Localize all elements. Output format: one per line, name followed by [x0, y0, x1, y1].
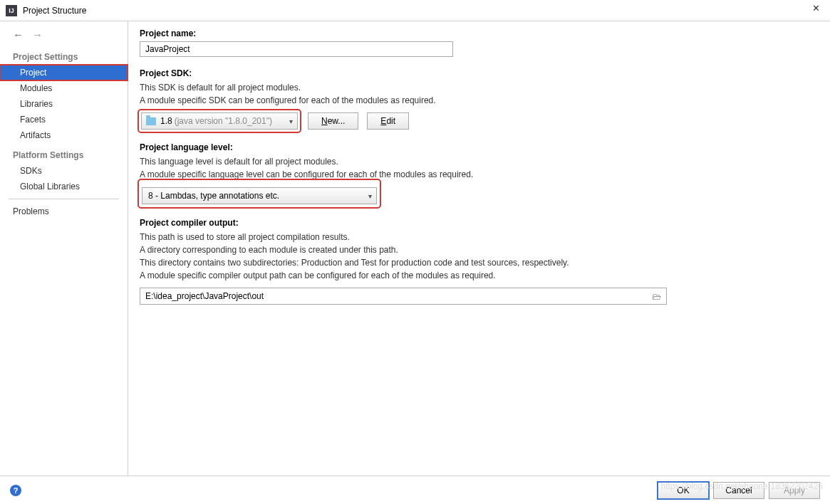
project-sdk-select[interactable]: 1.8 (java version "1.8.0_201") ▾	[141, 112, 298, 130]
co-help-2: A directory corresponding to each module…	[140, 243, 816, 256]
sdk-help-1: This SDK is default for all project modu…	[140, 81, 816, 94]
co-help-4: A module specific compiler output path c…	[140, 269, 816, 282]
back-arrow-icon[interactable]: ←	[13, 28, 24, 41]
chevron-down-icon: ▾	[368, 192, 372, 200]
sidebar-item-artifacts[interactable]: Artifacts	[0, 127, 128, 143]
titlebar: IJ Project Structure ✕	[0, 0, 830, 21]
compiler-output-input[interactable]: E:\idea_project\JavaProject\out 🗁	[140, 288, 667, 305]
sidebar-item-sdks[interactable]: SDKs	[0, 163, 128, 179]
new-sdk-button[interactable]: New...	[308, 112, 358, 130]
browse-folder-icon[interactable]: 🗁	[652, 291, 661, 302]
ok-button[interactable]: OK	[658, 482, 709, 499]
project-sdk-label: Project SDK:	[140, 68, 816, 78]
compiler-output-label: Project compiler output:	[140, 218, 816, 228]
sdk-version-detail: (java version "1.8.0_201")	[175, 116, 272, 126]
platform-settings-heading: Platform Settings	[0, 147, 128, 163]
project-lang-select[interactable]: 8 - Lambdas, type annotations etc. ▾	[142, 187, 377, 204]
chevron-down-icon: ▾	[289, 117, 293, 125]
forward-arrow-icon: →	[32, 28, 43, 41]
project-lang-label: Project language level:	[140, 142, 816, 152]
project-name-label: Project name:	[140, 28, 816, 38]
sdk-version: 1.8	[160, 116, 172, 126]
sidebar-item-project[interactable]: Project	[0, 65, 128, 80]
sidebar-item-global-libraries[interactable]: Global Libraries	[0, 179, 128, 194]
sidebar-item-libraries[interactable]: Libraries	[0, 96, 128, 112]
app-icon: IJ	[6, 5, 17, 16]
edit-sdk-button[interactable]: Edit	[367, 112, 409, 130]
main-panel: Project name: Project SDK: This SDK is d…	[128, 21, 830, 476]
window-title: Project Structure	[23, 6, 86, 16]
lang-help-2: A module specific language level can be …	[140, 168, 816, 181]
co-help-3: This directory contains two subdirectori…	[140, 256, 816, 269]
sidebar: ← → Project Settings Project Modules Lib…	[0, 21, 128, 476]
sidebar-item-modules[interactable]: Modules	[0, 80, 128, 96]
dialog-footer: ? OK Cancel Apply	[0, 476, 830, 504]
compiler-output-path: E:\idea_project\JavaProject\out	[145, 291, 652, 301]
apply-button[interactable]: Apply	[769, 482, 820, 499]
folder-icon	[146, 117, 156, 125]
lang-level-value: 8 - Lambdas, type annotations etc.	[148, 191, 279, 201]
project-settings-heading: Project Settings	[0, 49, 128, 65]
sidebar-item-problems[interactable]: Problems	[0, 204, 128, 219]
close-icon[interactable]: ✕	[809, 3, 823, 17]
project-name-input[interactable]	[140, 41, 453, 57]
sdk-help-2: A module specific SDK can be configured …	[140, 94, 816, 107]
lang-help-1: This language level is default for all p…	[140, 155, 816, 168]
cancel-button[interactable]: Cancel	[713, 482, 764, 499]
co-help-1: This path is used to store all project c…	[140, 231, 816, 243]
sidebar-separator	[9, 199, 119, 199]
help-icon[interactable]: ?	[10, 485, 21, 496]
sidebar-item-facets[interactable]: Facets	[0, 112, 128, 127]
nav-arrows: ← →	[0, 28, 128, 49]
